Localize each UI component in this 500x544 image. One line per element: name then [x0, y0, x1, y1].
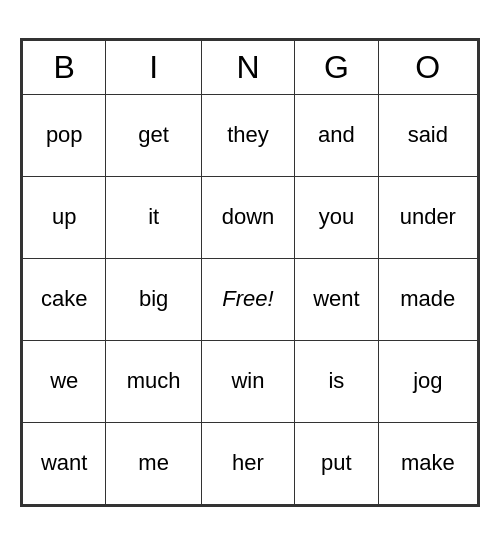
cell-4-0: want	[23, 422, 106, 504]
cell-3-0: we	[23, 340, 106, 422]
header-o: O	[378, 40, 477, 94]
header-b: B	[23, 40, 106, 94]
bingo-card: B I N G O popgettheyandsaidupitdownyouun…	[20, 38, 480, 507]
cell-4-3: put	[295, 422, 378, 504]
cell-3-1: much	[106, 340, 201, 422]
table-row: upitdownyouunder	[23, 176, 478, 258]
cell-0-4: said	[378, 94, 477, 176]
cell-3-3: is	[295, 340, 378, 422]
cell-2-4: made	[378, 258, 477, 340]
cell-2-1: big	[106, 258, 201, 340]
cell-4-1: me	[106, 422, 201, 504]
cell-1-4: under	[378, 176, 477, 258]
cell-1-1: it	[106, 176, 201, 258]
cell-3-4: jog	[378, 340, 477, 422]
cell-2-2: Free!	[201, 258, 294, 340]
cell-4-4: make	[378, 422, 477, 504]
cell-1-3: you	[295, 176, 378, 258]
header-row: B I N G O	[23, 40, 478, 94]
header-n: N	[201, 40, 294, 94]
cell-1-0: up	[23, 176, 106, 258]
cell-3-2: win	[201, 340, 294, 422]
cell-1-2: down	[201, 176, 294, 258]
cell-0-1: get	[106, 94, 201, 176]
header-g: G	[295, 40, 378, 94]
cell-4-2: her	[201, 422, 294, 504]
table-row: wantmeherputmake	[23, 422, 478, 504]
cell-0-3: and	[295, 94, 378, 176]
cell-0-0: pop	[23, 94, 106, 176]
cell-2-3: went	[295, 258, 378, 340]
cell-2-0: cake	[23, 258, 106, 340]
table-row: popgettheyandsaid	[23, 94, 478, 176]
header-i: I	[106, 40, 201, 94]
bingo-table: B I N G O popgettheyandsaidupitdownyouun…	[22, 40, 478, 505]
cell-0-2: they	[201, 94, 294, 176]
table-row: cakebigFree!wentmade	[23, 258, 478, 340]
table-row: wemuchwinisjog	[23, 340, 478, 422]
